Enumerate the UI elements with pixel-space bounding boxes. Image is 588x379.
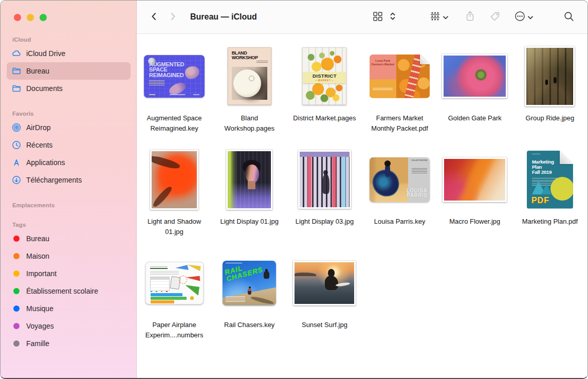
folder-icon [12, 66, 21, 76]
art-decoration [249, 76, 254, 81]
file-item[interactable]: Luna ParkFarmers Market Farmers Market M… [362, 41, 437, 144]
sidebar-tag-bureau[interactable]: Bureau [7, 230, 131, 247]
art-decoration [373, 87, 393, 90]
sidebar-item-label: AirDrop [26, 123, 50, 132]
sidebar-tag-etablissement-scolaire[interactable]: Établissement scolaire [7, 282, 131, 300]
view-mode-button[interactable] [371, 10, 384, 25]
section-title-icloud: iCloud [12, 37, 137, 43]
art-decoration [300, 152, 350, 207]
art-decoration [526, 48, 573, 105]
sidebar-tag-musique[interactable]: Musique [7, 300, 131, 317]
file-name: Light and Shadow 01.jpg [141, 216, 207, 237]
file-item[interactable]: MarketingPlanFall 2019 PDF Marketing Pla… [512, 144, 587, 247]
sidebar-item-label: Maison [26, 252, 49, 260]
art-decoration [550, 177, 573, 201]
file-thumbnail [145, 262, 204, 304]
section-title-favoris: Favoris [12, 111, 137, 117]
file-name: Golden Gate Park [448, 113, 502, 123]
finder-window: iCloud iCloud Drive Bureau Documents Fa [0, 0, 588, 379]
art-decoration [444, 56, 506, 97]
more-actions-button[interactable] [512, 9, 535, 25]
art-decoration [150, 265, 168, 269]
file-name: Louisa Parris.key [374, 216, 426, 227]
file-item[interactable]: Golden Gate Park [437, 41, 512, 144]
sidebar-item-documents[interactable]: Documents [7, 80, 131, 97]
sidebar-item-bureau[interactable]: Bureau [7, 62, 131, 80]
zoom-button[interactable] [40, 14, 47, 21]
file-name: Group Ride.jpeg [526, 113, 575, 123]
sidebar-item-label: Applications [26, 158, 65, 167]
file-item[interactable]: BLANDWORKSHOP Bland Workshop.pages [212, 41, 287, 144]
file-thumbnail: BLANDWORKSHOP [228, 47, 271, 105]
section-title-tags: Tags [12, 222, 137, 228]
file-thumbnail: Luna ParkFarmers Market [370, 55, 430, 98]
file-item[interactable]: DISTRICT • MARKET • District Market.page… [287, 41, 362, 144]
file-thumbnail [525, 46, 575, 106]
sidebar-item-airdrop[interactable]: AirDrop [7, 119, 131, 136]
thumb-subtitle: • MARKET • [316, 79, 334, 82]
file-item[interactable]: Light Display 01.jpg [212, 144, 287, 247]
sidebar-tag-maison[interactable]: Maison [7, 247, 131, 265]
art-decoration [187, 264, 200, 271]
tag-dot-red [13, 236, 20, 242]
thumb-title: AUGMENTEDSPACEREIMAGINED [149, 62, 184, 78]
file-item[interactable]: COLLECTION FIVE LOUISAPARRIS Louisa Parr… [362, 144, 437, 247]
art-decoration [256, 60, 268, 63]
sidebar-item-recents[interactable]: Récents [7, 136, 131, 154]
art-decoration [149, 80, 164, 85]
sidebar-tag-important[interactable]: Important [7, 265, 131, 282]
file-item[interactable]: Group Ride.jpeg [512, 41, 587, 144]
file-thumbnail [442, 54, 507, 98]
art-decoration [151, 291, 171, 292]
art-decoration [541, 184, 552, 194]
file-item[interactable]: Macro Flower.jpg [437, 144, 512, 247]
art-decoration [184, 285, 199, 296]
sidebar: iCloud iCloud Drive Bureau Documents Fa [1, 1, 137, 378]
art-decoration [233, 69, 261, 97]
tag-dot-yellow [13, 270, 20, 277]
art-decoration [150, 270, 179, 275]
sidebar-tag-voyages[interactable]: Voyages [7, 317, 131, 335]
art-decoration [342, 157, 345, 207]
group-by-button[interactable] [428, 9, 450, 25]
file-item[interactable]: Sunset Surf.jpg [287, 247, 362, 351]
minimize-button[interactable] [27, 14, 34, 21]
art-decoration [370, 79, 396, 98]
view-mode-stepper[interactable] [388, 10, 398, 24]
forward-button[interactable] [168, 10, 179, 25]
sidebar-item-label: Voyages [26, 322, 54, 330]
file-thumbnail [293, 261, 356, 305]
window-title: Bureau — iCloud [190, 12, 257, 22]
pdf-badge: PDF [531, 196, 549, 205]
sidebar-item-icloud-drive[interactable]: iCloud Drive [7, 45, 131, 62]
file-item[interactable]: Light and Shadow 01.jpg [137, 144, 212, 247]
file-grid: AUGMENTEDSPACEREIMAGINED Augmented Space… [137, 34, 587, 351]
file-item[interactable]: Light Display 03.jpg [287, 144, 362, 247]
art-decoration [295, 262, 354, 304]
search-button[interactable] [562, 9, 576, 25]
file-name: Light Display 01.jpg [220, 216, 279, 227]
back-button[interactable] [148, 10, 159, 25]
file-item[interactable]: AUGMENTEDSPACEREIMAGINED Augmented Space… [137, 41, 212, 144]
sidebar-item-telechargements[interactable]: Téléchargements [7, 171, 131, 189]
tags-button[interactable] [488, 9, 502, 25]
sidebar-item-label: Bureau [26, 67, 49, 75]
art-decoration [412, 167, 427, 173]
art-decoration [149, 94, 199, 95]
art-decoration [295, 273, 316, 276]
sidebar-item-applications[interactable]: Applications [7, 154, 131, 171]
tag-dot-green [13, 288, 20, 294]
file-name: Rail Chasers.key [224, 320, 274, 330]
close-button[interactable] [14, 14, 21, 21]
file-item[interactable]: RAILCHASERS Rail Chasers.key [212, 247, 287, 351]
chevron-down-icon [443, 13, 448, 21]
file-item[interactable]: Paper Airplane Experim....numbers [137, 247, 212, 351]
share-button[interactable] [464, 9, 476, 25]
art-decoration [532, 154, 540, 155]
file-name: Light Display 03.jpg [296, 216, 354, 227]
sidebar-item-label: Établissement scolaire [26, 287, 98, 295]
art-decoration [248, 288, 251, 295]
more-circle-icon [514, 11, 525, 23]
thumb-title: Luna ParkFarmers Market [371, 59, 394, 66]
sidebar-tag-famille[interactable]: Famille [7, 335, 131, 352]
